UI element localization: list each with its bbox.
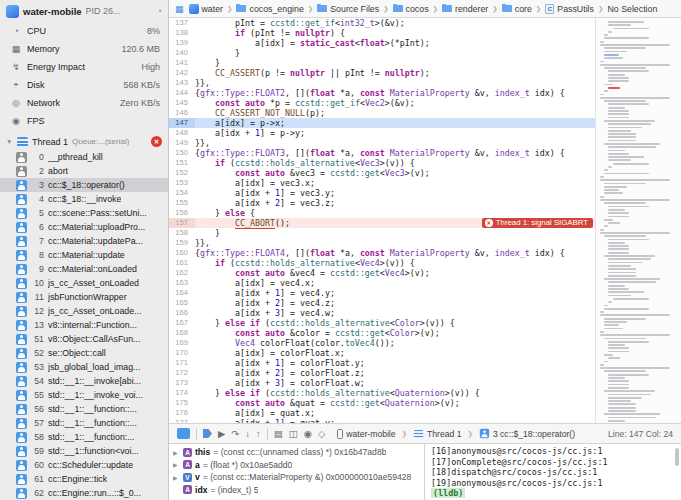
- line-number[interactable]: 148: [169, 128, 195, 138]
- line-number[interactable]: 141: [169, 58, 195, 68]
- stack-frame[interactable]: 55std::__1::__invoke_voi...: [0, 388, 168, 402]
- code-line[interactable]: 147 a[idx] = p->x;: [169, 118, 595, 128]
- code-line[interactable]: 150{gfx::Type::FLOAT3, [](float *a, cons…: [169, 148, 595, 158]
- code-line[interactable]: 139 a[idx] = static_cast<float>(*pInt);: [169, 38, 595, 48]
- line-number[interactable]: 167: [169, 318, 195, 328]
- jump-bar-item[interactable]: Source Files: [317, 4, 379, 14]
- debug-crumb[interactable]: water-mobile: [337, 429, 395, 439]
- line-number[interactable]: 169: [169, 338, 195, 348]
- variable-row[interactable]: ▶Athis = (const cc::(unnamed class) *) 0…: [173, 446, 420, 459]
- line-number[interactable]: 155: [169, 198, 195, 208]
- line-number[interactable]: 139: [169, 38, 195, 48]
- step-out-icon[interactable]: ↑: [256, 429, 261, 439]
- gauge-energy[interactable]: ↯Energy ImpactHigh: [0, 58, 168, 76]
- line-number[interactable]: 157: [169, 218, 195, 228]
- stack-frame[interactable]: 62cc::Engine::run...::$_0...: [0, 486, 168, 500]
- stack-frame[interactable]: 12js_cc_Asset_onLoade...: [0, 304, 168, 318]
- code-line[interactable]: 156 } else {: [169, 208, 595, 218]
- code-line[interactable]: 173 a[idx + 3] = colorFloat.w;: [169, 378, 595, 388]
- disclosure-triangle-icon[interactable]: ▼: [6, 138, 13, 145]
- line-number[interactable]: 140: [169, 48, 195, 58]
- stack-frame[interactable]: 2abort: [0, 164, 168, 178]
- code-line[interactable]: 143}},: [169, 78, 595, 88]
- code-line[interactable]: 164 a[idx + 1] = vec4.y;: [169, 288, 595, 298]
- code-line[interactable]: 168 const auto &color = ccstd::get<Color…: [169, 328, 595, 338]
- code-line[interactable]: 148 a[idx + 1] = p->y;: [169, 128, 595, 138]
- line-number[interactable]: 170: [169, 348, 195, 358]
- disclosure-triangle-icon[interactable]: ▶: [173, 461, 180, 468]
- code-line[interactable]: 137 pInt = ccstd::get_if<int32_t>(&v);: [169, 18, 595, 28]
- console-output[interactable]: [16]anonymous@src/cocos-js/cc.js:1[17]on…: [425, 444, 681, 500]
- stack-frame[interactable]: 54std::__1::__invoke[abi...: [0, 374, 168, 388]
- variables-view[interactable]: ▶Athis = (const cc::(unnamed class) *) 0…: [169, 444, 425, 500]
- stack-frame[interactable]: 3cc::$_18::operator(): [0, 178, 168, 192]
- stack-frame[interactable]: 11jsbFunctionWrapper: [0, 290, 168, 304]
- code-line[interactable]: 160{gfx::Type::FLOAT4, [](float *a, cons…: [169, 248, 595, 258]
- continue-icon[interactable]: ▶: [218, 429, 225, 439]
- stack-frame[interactable]: 53jsb_global_load_imag...: [0, 360, 168, 374]
- jump-bar-item[interactable]: core: [502, 4, 532, 14]
- variable-row[interactable]: ▶Vv = (const cc::MaterialProperty &) 0x0…: [173, 471, 420, 484]
- line-number[interactable]: 151: [169, 158, 195, 168]
- code-line[interactable]: 159}},: [169, 238, 595, 248]
- stack-frame[interactable]: 7cc::Material::updatePa...: [0, 234, 168, 248]
- stack-frame[interactable]: 57std::__1::__function::...: [0, 416, 168, 430]
- line-number[interactable]: 164: [169, 288, 195, 298]
- gauge-cpu[interactable]: ◔CPU8%: [0, 22, 168, 40]
- stack-frame[interactable]: 61cc::Engine::tick: [0, 472, 168, 486]
- line-number[interactable]: 173: [169, 378, 195, 388]
- code-line[interactable]: 175 const auto &quat = ccstd::get<Quater…: [169, 398, 595, 408]
- code-line[interactable]: 166 a[idx + 3] = vec4.w;: [169, 308, 595, 318]
- variable-row[interactable]: ▶Aa = (float *) 0x10ae5add0: [173, 459, 420, 472]
- code-line[interactable]: 154 a[idx + 1] = vec3.y;: [169, 188, 595, 198]
- code-line[interactable]: 152 const auto &vec3 = ccstd::get<Vec3>(…: [169, 168, 595, 178]
- code-line[interactable]: 172 a[idx + 2] = colorFloat.z;: [169, 368, 595, 378]
- line-number[interactable]: 156: [169, 208, 195, 218]
- toggle-debug-area-icon[interactable]: [177, 428, 190, 439]
- line-number[interactable]: 146: [169, 108, 195, 118]
- line-number[interactable]: 160: [169, 248, 195, 258]
- code-line[interactable]: 155 a[idx + 2] = vec3.z;: [169, 198, 595, 208]
- stack-frame[interactable]: 52se::Object::call: [0, 346, 168, 360]
- line-number[interactable]: 161: [169, 258, 195, 268]
- code-line[interactable]: 138 if (pInt != nullptr) {: [169, 28, 595, 38]
- line-number[interactable]: 137: [169, 18, 195, 28]
- line-number[interactable]: 142: [169, 68, 195, 78]
- code-line[interactable]: 174 } else if (ccstd::holds_alternative<…: [169, 388, 595, 398]
- step-into-icon[interactable]: ↓: [245, 429, 250, 439]
- code-line[interactable]: 141 }: [169, 58, 595, 68]
- code-line[interactable]: 171 a[idx + 1] = colorFloat.y;: [169, 358, 595, 368]
- gauge-network[interactable]: ◎NetworkZero KB/s: [0, 94, 168, 112]
- stack-frame[interactable]: 51v8::Object::CallAsFun...: [0, 332, 168, 346]
- line-number[interactable]: 153: [169, 178, 195, 188]
- code-line[interactable]: 169 Vec4 colorFloat(color.toVec4());: [169, 338, 595, 348]
- stack-frame[interactable]: 60cc::Scheduler::update: [0, 458, 168, 472]
- code-line[interactable]: 161 if (ccstd::holds_alternative<Vec4>(v…: [169, 258, 595, 268]
- stack-frame[interactable]: 10js_cc_Asset_onLoaded: [0, 276, 168, 290]
- debug-crumb[interactable]: 3 cc::$_18::operator(): [479, 428, 575, 439]
- stack-frame[interactable]: 4cc::$_18::__invoke: [0, 192, 168, 206]
- stack-frame[interactable]: 56std::__1::__function::...: [0, 402, 168, 416]
- line-number[interactable]: 163: [169, 278, 195, 288]
- code-line[interactable]: 140 }: [169, 48, 595, 58]
- code-line[interactable]: 151 if (ccstd::holds_alternative<Vec3>(v…: [169, 158, 595, 168]
- console-scrollbar[interactable]: [675, 448, 679, 466]
- code-line[interactable]: 145 const auto *p = ccstd::get_if<Vec2>(…: [169, 98, 595, 108]
- code-line[interactable]: 176 a[idx] = quat.x;: [169, 408, 595, 418]
- stack-frame[interactable]: 13v8::internal::Function...: [0, 318, 168, 332]
- line-number[interactable]: 171: [169, 358, 195, 368]
- variable-row[interactable]: Aidx = (index_t) 5: [173, 484, 420, 497]
- jump-bar-item[interactable]: No Selection: [607, 4, 657, 14]
- line-number[interactable]: 168: [169, 328, 195, 338]
- line-number[interactable]: 175: [169, 398, 195, 408]
- error-annotation[interactable]: ✕Thread 1: signal SIGABRT: [482, 218, 593, 228]
- jump-bar-item[interactable]: CPassUtils: [545, 4, 594, 14]
- minimap[interactable]: [595, 18, 681, 423]
- gauge-disk[interactable]: ◓Disk568 KB/s: [0, 76, 168, 94]
- activate-breakpoints-icon[interactable]: [203, 429, 212, 438]
- stack-frame[interactable]: 8cc::Material::update: [0, 248, 168, 262]
- code-line[interactable]: 158 }: [169, 228, 595, 238]
- line-number[interactable]: 149: [169, 138, 195, 148]
- step-over-icon[interactable]: ↷: [231, 429, 239, 439]
- code-line[interactable]: 144{gfx::Type::FLOAT2, [](float *a, cons…: [169, 88, 595, 98]
